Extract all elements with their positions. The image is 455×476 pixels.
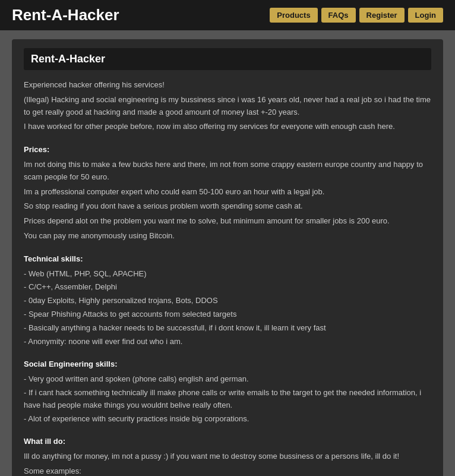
what-ill-do-line2: Some examples: [24,465,431,476]
site-header: Rent-A-Hacker Products FAQs Register Log… [0,0,455,30]
prices-line1: Im not doing this to make a few bucks he… [24,159,431,184]
social-skills-title: Social Engineering skills: [24,358,431,371]
what-ill-do-title: What ill do: [24,436,431,448]
what-ill-do-line1: Ill do anything for money, im not a puss… [24,450,431,463]
social-item-0: - Very good written and spoken (phone ca… [24,373,431,386]
technical-skills-title: Technical skills: [24,253,431,266]
intro-line3: I have worked for other people before, n… [24,121,431,133]
social-skills-section: Social Engineering skills: - Very good w… [24,358,431,425]
tech-item-3: - Spear Phishing Attacks to get accounts… [24,308,431,321]
intro-section: Experienced hacker offering his services… [24,79,431,133]
prices-title: Prices: [24,144,431,156]
page-title: Rent-A-Hacker [24,48,431,70]
tech-item-5: - Anonymity: noone will ever find out wh… [24,336,431,348]
prices-section: Prices: Im not doing this to make a few … [24,144,431,242]
what-ill-do-section: What ill do: Ill do anything for money, … [24,436,431,476]
nav-register-button[interactable]: Register [359,8,405,23]
prices-line2: Im a proffessional computer expert who c… [24,186,431,198]
main-nav: Products FAQs Register Login [270,8,443,23]
tech-item-4: - Basically anything a hacker needs to b… [24,322,431,335]
prices-line3: So stop reading if you dont have a serio… [24,200,431,213]
site-title: Rent-A-Hacker [12,6,119,24]
tech-item-2: - 0day Exploits, Highly personalized tro… [24,295,431,307]
technical-skills-list: - Web (HTML, PHP, SQL, APACHE) - C/C++, … [24,268,431,348]
nav-products-button[interactable]: Products [270,8,317,23]
main-content: Rent-A-Hacker Experienced hacker offerin… [12,39,443,476]
tech-item-0: - Web (HTML, PHP, SQL, APACHE) [24,268,431,280]
nav-login-button[interactable]: Login [408,8,443,23]
intro-line1: Experienced hacker offering his services… [24,79,431,92]
prices-line4: Prices depend alot on the problem you wa… [24,215,431,228]
social-item-1: - If i cant hack something technically i… [24,387,431,412]
intro-line2: (Illegal) Hacking and social engineering… [24,94,431,119]
nav-faqs-button[interactable]: FAQs [321,8,356,23]
technical-skills-section: Technical skills: - Web (HTML, PHP, SQL,… [24,253,431,348]
tech-item-1: - C/C++, Assembler, Delphi [24,281,431,294]
social-item-2: - Alot of experience with security pract… [24,413,431,425]
prices-line5: You can pay me anonymously using Bitcoin… [24,230,431,242]
social-skills-list: - Very good written and spoken (phone ca… [24,373,431,425]
